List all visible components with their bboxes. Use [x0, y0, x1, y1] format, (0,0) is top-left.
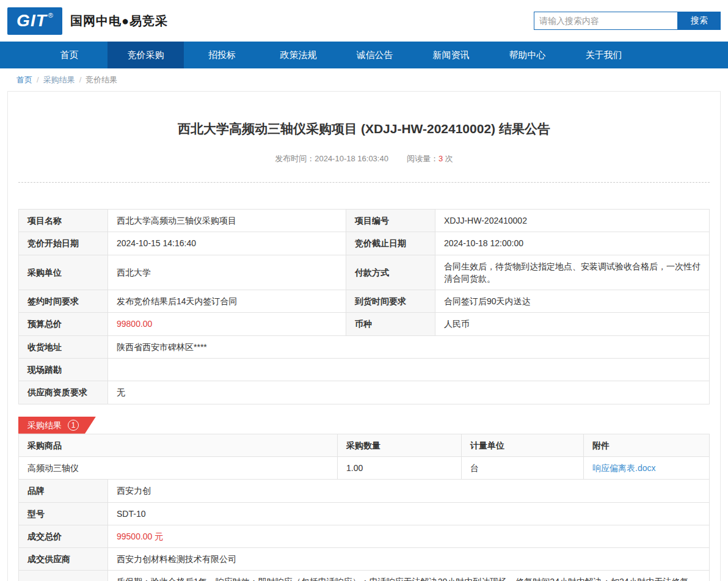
- info-row: 收货地址陕西省西安市碑林区****: [19, 335, 710, 358]
- product-name: 高频动三轴仪: [19, 456, 338, 479]
- info-row: 现场踏勘: [19, 359, 710, 381]
- field-label: 币种: [346, 313, 435, 335]
- logo[interactable]: GIT®: [7, 7, 62, 35]
- info-row: 预算总价99800.00币种人民币: [19, 313, 710, 335]
- search-button[interactable]: 搜索: [678, 12, 721, 30]
- field-label: 签约时间要求: [19, 290, 108, 313]
- field-label: 项目编号: [346, 210, 435, 232]
- breadcrumb-item[interactable]: 首页: [16, 75, 32, 84]
- result-section-tag: 采购结果 1: [18, 417, 96, 434]
- breadcrumb: 首页/采购结果/竞价结果: [0, 68, 728, 91]
- field-label: 成交供应商: [19, 548, 108, 571]
- nav-item[interactable]: 竞价采购: [107, 42, 184, 68]
- info-row: 供应商资质要求无: [19, 381, 710, 404]
- breadcrumb-separator: /: [79, 75, 82, 84]
- field-value: 99800.00: [108, 313, 346, 335]
- divider: [18, 182, 710, 183]
- field-label: 现场踏勘: [19, 359, 108, 381]
- field-value: 陕西省西安市碑林区****: [108, 335, 710, 358]
- breadcrumb-item[interactable]: 采购结果: [43, 75, 75, 84]
- result-column-header: 附件: [584, 434, 710, 456]
- result-table: 采购商品采购数量计量单位附件 高频动三轴仪 1.00 台 响应偏离表.docx: [18, 434, 710, 480]
- info-row: 签约时间要求发布竞价结果后14天内签订合同到货时间要求合同签订后90天内送达: [19, 290, 710, 313]
- field-value: 人民币: [435, 313, 710, 335]
- publish-meta: 发布时间：2024-10-18 16:03:40阅读量：3 次: [18, 153, 710, 164]
- field-value: XDJJ-HW-202410002: [435, 210, 710, 232]
- nav-item[interactable]: 首页: [31, 42, 107, 68]
- field-value: 合同签订后90天内送达: [435, 290, 710, 313]
- field-label: 竞价截止日期: [346, 232, 435, 255]
- breadcrumb-separator: /: [37, 75, 39, 84]
- field-value: 西北大学: [108, 255, 346, 290]
- field-value: 无: [108, 381, 710, 404]
- nav-item[interactable]: 政策法规: [260, 42, 337, 68]
- site-header: GIT® 国网中电●易竞采 搜索: [0, 0, 728, 42]
- field-label: 成交总价: [19, 525, 108, 547]
- detail-row: 品牌西安力创: [19, 480, 710, 502]
- field-value: 西安力创材料检测技术有限公司: [108, 548, 710, 571]
- field-label: 付款方式: [346, 255, 435, 290]
- field-value: 2024-10-18 12:00:00: [435, 232, 710, 255]
- result-detail-table: 品牌西安力创型号SDT-10成交总价99500.00 元成交供应商西安力创材料检…: [18, 479, 710, 581]
- field-label: 预算总价: [19, 313, 108, 335]
- field-label: 收货地址: [19, 335, 108, 358]
- field-label: 到货时间要求: [346, 290, 435, 313]
- info-row: 竞价开始日期2024-10-15 14:16:40竞价截止日期2024-10-1…: [19, 232, 710, 255]
- field-value: 99500.00 元: [108, 525, 710, 547]
- info-row: 采购单位西北大学付款方式合同生效后，待货物到达指定地点、安装调试验收合格后，一次…: [19, 255, 710, 290]
- field-label: 供应商资质要求: [19, 381, 108, 404]
- detail-row: 型号SDT-10: [19, 502, 710, 525]
- product-unit: 台: [462, 456, 584, 479]
- result-column-header: 采购商品: [19, 434, 338, 456]
- views-label: 阅读量：: [407, 154, 439, 163]
- logo-text: GIT: [16, 11, 47, 31]
- field-value: 西安力创: [108, 480, 710, 502]
- result-column-header: 采购数量: [338, 434, 462, 456]
- result-data-row: 高频动三轴仪 1.00 台 响应偏离表.docx: [19, 456, 710, 479]
- result-column-header: 计量单位: [462, 434, 584, 456]
- field-label: 竞价开始日期: [19, 232, 108, 255]
- nav-item[interactable]: 诚信公告: [337, 42, 413, 68]
- field-label: 质保及售后服务: [19, 571, 108, 581]
- site-name: 国网中电●易竞采: [70, 13, 168, 29]
- registered-mark-icon: ®: [48, 12, 53, 19]
- breadcrumb-item: 竞价结果: [86, 75, 117, 84]
- views-unit: 次: [445, 154, 453, 163]
- views-count: 3: [439, 154, 443, 163]
- main-nav: 首页竞价采购招投标政策法规诚信公告新闻资讯帮助中心关于我们: [0, 42, 728, 68]
- detail-row: 成交总价99500.00 元: [19, 525, 710, 547]
- publish-time-label: 发布时间：: [275, 154, 315, 163]
- info-row: 项目名称西北大学高频动三轴仪采购项目项目编号XDJJ-HW-202410002: [19, 210, 710, 232]
- result-count-badge: 1: [68, 420, 79, 431]
- field-value: 质保期：验收合格后1年。响应时效：即时响应（包括电话响应）；电话响应无法解决20…: [108, 571, 710, 581]
- nav-item[interactable]: 新闻资讯: [413, 42, 489, 68]
- content-card: 西北大学高频动三轴仪采购项目 (XDJJ-HW-202410002) 结果公告 …: [7, 91, 721, 581]
- search-input[interactable]: [534, 12, 678, 30]
- product-quantity: 1.00: [338, 456, 462, 479]
- info-table: 项目名称西北大学高频动三轴仪采购项目项目编号XDJJ-HW-202410002竞…: [18, 209, 710, 404]
- field-value: SDT-10: [108, 502, 710, 525]
- detail-row: 成交供应商西安力创材料检测技术有限公司: [19, 548, 710, 571]
- publish-time-value: 2024-10-18 16:03:40: [315, 154, 388, 163]
- field-label: 项目名称: [19, 210, 108, 232]
- field-value: 合同生效后，待货物到达指定地点、安装调试验收合格后，一次性付清合同货款。: [435, 255, 710, 290]
- field-value: 发布竞价结果后14天内签订合同: [108, 290, 346, 313]
- field-label: 型号: [19, 502, 108, 525]
- attachment-link[interactable]: 响应偏离表.docx: [592, 463, 655, 473]
- field-label: 采购单位: [19, 255, 108, 290]
- result-header-row: 采购商品采购数量计量单位附件: [19, 434, 710, 456]
- nav-item[interactable]: 帮助中心: [489, 42, 566, 68]
- detail-row: 质保及售后服务质保期：验收合格后1年。响应时效：即时响应（包括电话响应）；电话响…: [19, 571, 710, 581]
- page-title: 西北大学高频动三轴仪采购项目 (XDJJ-HW-202410002) 结果公告: [18, 92, 710, 137]
- field-value: [108, 359, 710, 381]
- search-box: 搜索: [534, 12, 721, 30]
- nav-item[interactable]: 关于我们: [566, 42, 642, 68]
- nav-item[interactable]: 招投标: [184, 42, 260, 68]
- field-value: 2024-10-15 14:16:40: [108, 232, 346, 255]
- field-value: 西北大学高频动三轴仪采购项目: [108, 210, 346, 232]
- field-label: 品牌: [19, 480, 108, 502]
